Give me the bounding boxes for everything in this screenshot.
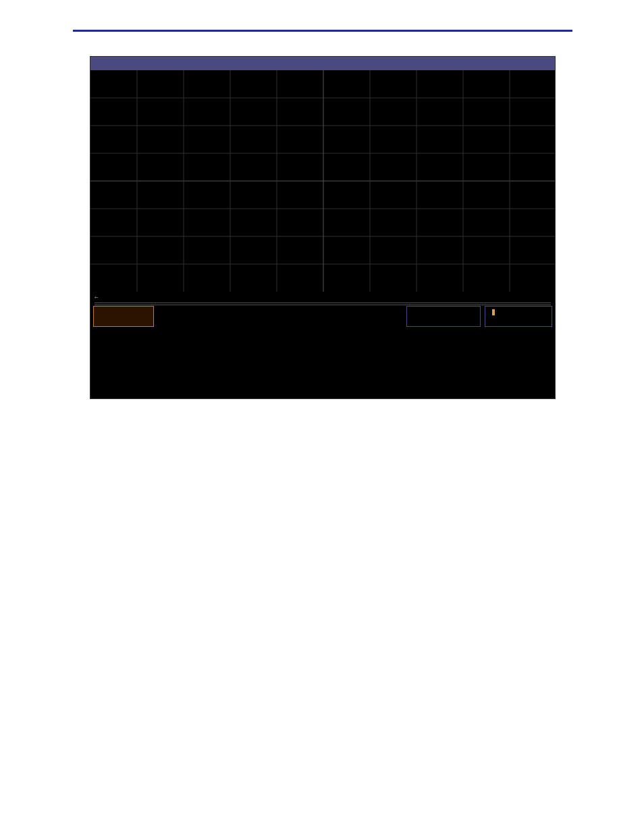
channel-panel (93, 306, 154, 327)
trigger-badges (492, 309, 495, 315)
waveform-area (90, 70, 555, 292)
figure-wrap: ← (73, 56, 572, 399)
bottom-panels (90, 306, 555, 328)
header-rule (73, 30, 572, 32)
oscilloscope-screenshot: ← (90, 56, 556, 399)
scope-timestamp (90, 328, 555, 330)
trigger-panel (485, 306, 552, 327)
measurement-readout: ← (90, 292, 555, 306)
waveform-svg (90, 70, 555, 292)
scope-menubar (90, 57, 555, 70)
timebase-panel (406, 306, 481, 327)
